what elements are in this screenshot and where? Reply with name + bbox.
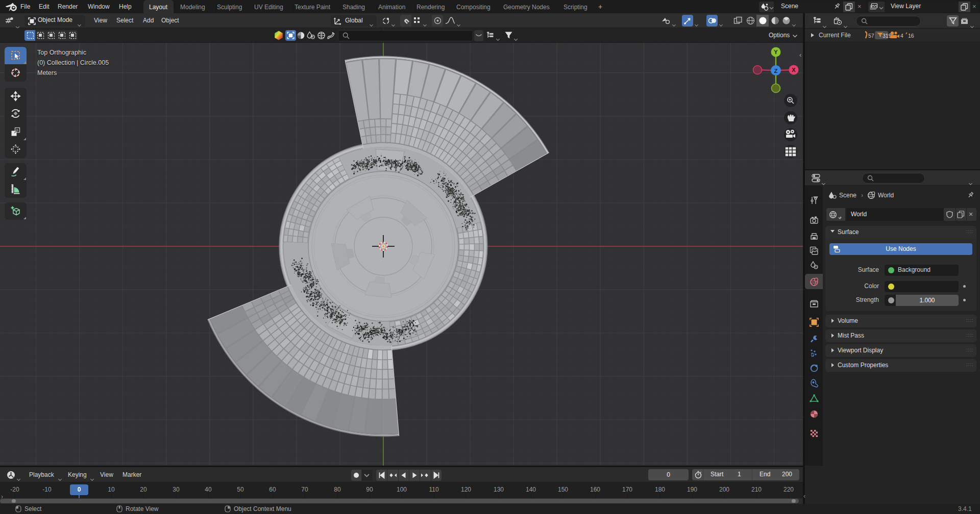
svg-text:4: 4 (900, 33, 903, 39)
svg-text:Y: Y (774, 49, 778, 55)
svg-text:16: 16 (908, 33, 914, 39)
svg-text:57: 57 (868, 33, 874, 39)
svg-text:X: X (792, 67, 796, 73)
svg-text:Z: Z (774, 68, 777, 74)
